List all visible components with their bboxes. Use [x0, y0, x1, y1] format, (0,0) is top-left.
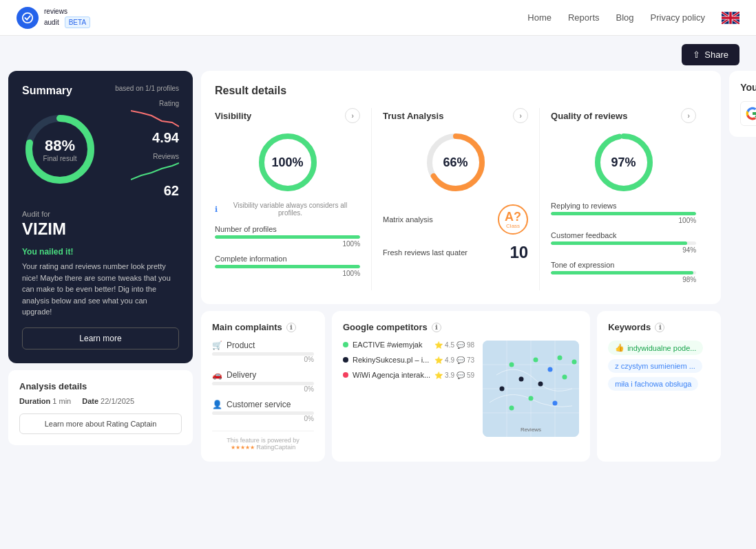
competitor-list: EACTIVE #wiemyjak ⭐4.5 💬98 RekinySukcesu…	[343, 341, 474, 431]
nav-privacy[interactable]: Privacy policy	[651, 12, 705, 23]
quality-header: Quality of reviews ›	[551, 108, 696, 123]
complaint-delivery: 🚗 Delivery 0%	[212, 370, 314, 393]
logo-name: reviews	[44, 8, 90, 15]
competitor-3-dot	[343, 372, 348, 378]
nav-blog[interactable]: Blog	[616, 12, 634, 23]
share-label: Share	[704, 50, 728, 60]
fresh-number: 10	[510, 243, 528, 262]
quality-chevron[interactable]: ›	[681, 108, 696, 123]
matrix-class-badge: A? Class	[498, 204, 528, 235]
matrix-label: Matrix analysis	[383, 215, 433, 224]
complaints-info-icon[interactable]: ℹ	[286, 323, 296, 332]
profiles-card: Your profiles Vizim See profile	[729, 71, 756, 137]
product-icon: 🛒	[212, 341, 222, 350]
visibility-chevron[interactable]: ›	[345, 108, 360, 123]
svg-text:Reviews: Reviews	[521, 427, 541, 433]
metric-num-profiles: Number of profiles 100%	[215, 225, 360, 248]
rating-label: Rating	[131, 100, 179, 107]
donut-chart: 88% Final result	[22, 111, 98, 187]
profiles-title: Your profiles	[740, 82, 756, 93]
logo-icon	[17, 7, 39, 29]
final-percent: 88%	[43, 137, 77, 155]
keyword-1: 👍 indywidualne pode...	[608, 341, 710, 359]
audit-for-label: Audit for	[22, 210, 179, 218]
svg-point-18	[534, 358, 538, 363]
competitor-1-dot	[343, 342, 348, 347]
visibility-percent: 100%	[271, 155, 303, 170]
competitors-content: EACTIVE #wiemyjak ⭐4.5 💬98 RekinySukcesu…	[343, 341, 579, 437]
nailed-description: Your rating and reviews number look pret…	[22, 261, 179, 318]
svg-point-25	[529, 396, 534, 401]
keywords-card: Keywords ℹ 👍 indywidualne pode... z czys…	[597, 311, 721, 462]
reviews-label: Reviews	[131, 153, 179, 160]
svg-point-26	[510, 406, 514, 411]
quality-circle: 97%	[593, 131, 655, 193]
powered-by: This feature is powered by ★★★★★ RatingC…	[212, 431, 314, 451]
logo-text-block: reviews audit BETA	[44, 8, 90, 28]
svg-point-0	[23, 12, 32, 22]
analysis-card: Analysis details Duration 1 min Date 22/…	[8, 370, 193, 445]
date-label: Date 22/1/2025	[82, 397, 134, 405]
competitor-3-rating: ⭐3.9 💬59	[434, 372, 474, 379]
competitors-card: Google competitors ℹ EACTIVE #wiemyjak ⭐…	[332, 311, 590, 462]
share-button[interactable]: ⇧ Share	[682, 44, 739, 65]
rating-reviews: Rating 4.94 Reviews 62	[131, 100, 179, 199]
complaint-delivery-name: 🚗 Delivery	[212, 370, 314, 380]
main-layout: Summary based on 1/1 profiles 88% Final …	[0, 71, 756, 470]
svg-point-24	[563, 375, 567, 380]
keywords-info-icon[interactable]: ℹ	[655, 323, 664, 332]
complaint-product-name: 🛒 Product	[212, 341, 314, 350]
metric-replying: Replying to reviews 100%	[551, 202, 696, 224]
learn-more-button[interactable]: Learn more	[22, 327, 179, 349]
nav-home[interactable]: Home	[527, 12, 552, 23]
quality-title: Quality of reviews	[551, 111, 627, 121]
keyword-3: miła i fachowa obsługa	[608, 377, 710, 395]
trust-title: Trust Analysis	[383, 111, 443, 121]
summary-title: Summary	[22, 85, 72, 97]
metric-feedback: Customer feedback 94%	[551, 231, 696, 254]
fresh-row: Fresh reviews last quater 10	[383, 243, 528, 262]
keyword-tag-1: 👍 indywidualne pode...	[608, 341, 703, 355]
competitor-3: WiWi Agencja interak... ⭐3.9 💬59	[343, 371, 474, 379]
beta-badge: BETA	[65, 17, 90, 28]
logo: reviews audit BETA	[17, 7, 90, 29]
based-on-text: based on 1/1 profiles	[115, 85, 179, 92]
quality-percent: 97%	[611, 155, 636, 170]
svg-point-27	[553, 401, 558, 406]
rating-captain-button[interactable]: Learn more about Rating Captain	[19, 413, 182, 434]
svg-point-28	[500, 387, 505, 391]
result-details-title: Result details	[215, 85, 707, 97]
reviews-box: Reviews 62	[131, 153, 179, 199]
svg-point-20	[572, 360, 577, 365]
nav-reports[interactable]: Reports	[568, 12, 600, 23]
competitor-1-rating: ⭐4.5 💬98	[434, 341, 474, 349]
rating-value: 4.94	[131, 130, 179, 146]
competitor-2-rating: ⭐4.9 💬73	[434, 356, 474, 364]
trust-circle: 66%	[425, 131, 487, 193]
bottom-row: Main complaints ℹ 🛒 Product 0% 🚗 Deliver…	[201, 311, 721, 462]
complaints-card: Main complaints ℹ 🛒 Product 0% 🚗 Deliver…	[201, 311, 325, 462]
competitors-info-icon[interactable]: ℹ	[432, 323, 441, 332]
complaint-cs-name: 👤 Customer service	[212, 400, 314, 409]
competitor-2: RekinySukcesu.pl – i... ⭐4.9 💬73	[343, 356, 474, 364]
svg-point-21	[548, 367, 553, 372]
map-svg: Reviews	[483, 341, 579, 437]
keyword-tag-2: z czystym sumieniem ...	[608, 359, 702, 373]
analysis-meta: Duration 1 min Date 22/1/2025	[19, 397, 182, 405]
competitors-title: Google competitors ℹ	[343, 322, 579, 332]
keywords-title: Keywords ℹ	[608, 322, 710, 332]
language-flag[interactable]	[722, 12, 739, 24]
complaint-customer-service: 👤 Customer service 0%	[212, 400, 314, 422]
result-grid: Visibility › 100% ℹ Visibility vari	[215, 108, 707, 290]
complaint-product: 🛒 Product 0%	[212, 341, 314, 363]
trust-chevron[interactable]: ›	[513, 108, 528, 123]
trust-header: Trust Analysis ›	[383, 108, 528, 123]
trust-col: Trust Analysis › 66% Matrix analysis	[372, 108, 540, 290]
nav: Home Reports Blog Privacy policy	[527, 12, 739, 24]
svg-point-22	[519, 377, 524, 382]
customer-service-icon: 👤	[212, 400, 222, 409]
reviews-trend	[131, 160, 179, 181]
profile-item-vizim: Vizim See profile	[740, 101, 756, 126]
complaints-title: Main complaints ℹ	[212, 322, 314, 332]
summary-card: Summary based on 1/1 profiles 88% Final …	[8, 71, 193, 363]
